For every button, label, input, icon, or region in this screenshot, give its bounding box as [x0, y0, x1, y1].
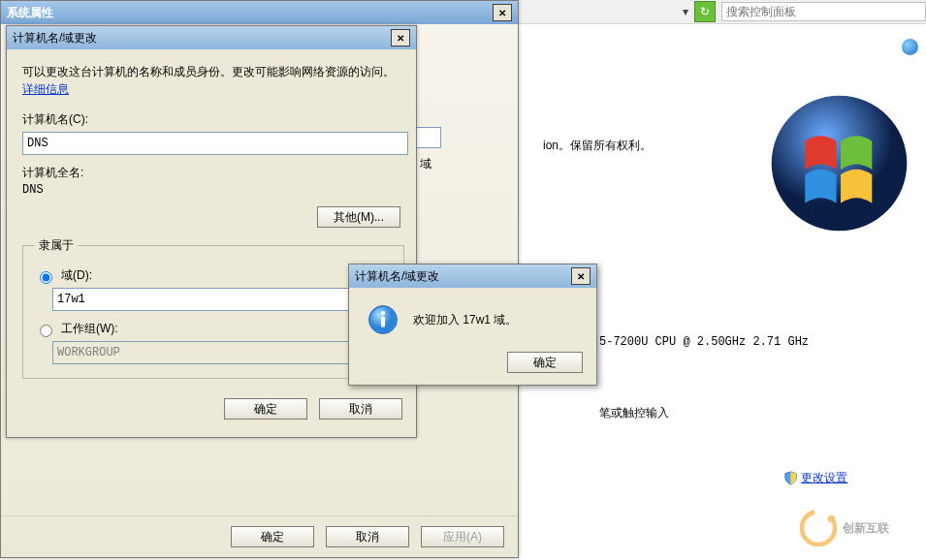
svg-point-6 [828, 515, 836, 523]
domain-radio-label: 域(D): [61, 267, 92, 284]
domain-input[interactable] [52, 288, 392, 311]
workgroup-radio-label: 工作组(W): [61, 321, 118, 337]
msg-titlebar[interactable]: 计算机名/域更改 ✕ [349, 264, 596, 288]
pen-touch-text: 笔或触控输入 [599, 405, 669, 421]
message-dialog: 计算机名/域更改 ✕ 欢迎加入 17w1 域。 确定 [348, 264, 597, 386]
member-of-legend: 隶属于 [35, 237, 78, 254]
info-icon [367, 303, 399, 336]
workgroup-radio[interactable] [40, 325, 52, 337]
rights-text: ion。保留所有权利。 [543, 138, 652, 154]
help-icon[interactable] [902, 39, 918, 55]
computer-name-input[interactable] [22, 132, 408, 155]
computer-name-label: 计算机名(C): [22, 111, 400, 128]
domain-radio[interactable] [40, 271, 52, 284]
windows-logo [768, 92, 910, 234]
workgroup-input [52, 341, 392, 364]
partial-input [416, 127, 441, 148]
other-button[interactable]: 其他(M)... [317, 206, 400, 228]
shield-icon [783, 471, 798, 485]
svg-point-3 [381, 311, 385, 315]
close-icon[interactable]: ✕ [391, 29, 410, 47]
close-icon[interactable]: ✕ [571, 267, 591, 285]
nav-dropdown-icon[interactable]: ▾ [683, 5, 688, 18]
partial-label: 域 [420, 156, 431, 172]
sysprops-apply-button[interactable]: 应用(A) [421, 526, 504, 547]
refresh-icon[interactable]: ↻ [694, 1, 716, 22]
sysprops-titlebar[interactable]: 系统属性 ✕ [1, 1, 518, 24]
change-settings-link[interactable]: 更改设置 [801, 471, 847, 484]
full-name-value: DNS [22, 183, 400, 197]
cx-watermark: 创新互联 [800, 506, 916, 550]
namechg-titlebar[interactable]: 计算机名/域更改 ✕ [7, 26, 416, 49]
msg-title: 计算机名/域更改 [355, 268, 439, 285]
search-input[interactable]: 搜索控制面板 [721, 2, 926, 21]
namechg-cancel-button[interactable]: 取消 [319, 398, 402, 420]
namechg-ok-button[interactable]: 确定 [224, 398, 307, 420]
svg-rect-4 [381, 317, 385, 327]
msg-ok-button[interactable]: 确定 [507, 352, 583, 373]
close-icon[interactable]: ✕ [493, 4, 512, 21]
more-info-link[interactable]: 详细信息 [22, 82, 69, 96]
cpu-text: 5-7200U CPU @ 2.50GHz 2.71 GHz [599, 335, 809, 349]
sysprops-title: 系统属性 [7, 5, 53, 21]
sysprops-ok-button[interactable]: 确定 [231, 526, 314, 547]
svg-point-0 [772, 96, 908, 232]
full-name-label: 计算机全名: [22, 166, 83, 179]
sysprops-cancel-button[interactable]: 取消 [326, 526, 409, 547]
msg-text: 欢迎加入 17w1 域。 [413, 312, 517, 328]
member-of-group: 隶属于 域(D): 工作组(W): [22, 237, 404, 379]
namechg-title: 计算机名/域更改 [13, 30, 97, 47]
namechg-desc: 可以更改这台计算机的名称和成员身份。更改可能影响网络资源的访问。 详细信息 [22, 63, 400, 98]
